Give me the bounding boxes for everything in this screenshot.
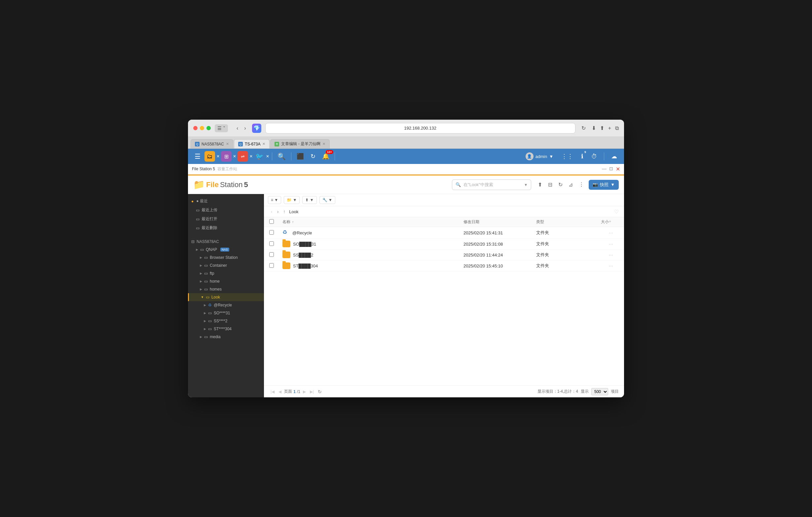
refresh-button[interactable]: ↻	[557, 180, 564, 189]
tab-close-1[interactable]: ✕	[226, 142, 229, 146]
admin-label: admin	[535, 154, 547, 159]
grid-close-icon[interactable]: ✕	[233, 154, 236, 159]
row4-more[interactable]: ⋯	[609, 264, 619, 268]
table-row[interactable]: ♻ @Recycle 2025/02/20 15:41:31 文件夹 ⋯	[264, 227, 624, 239]
window-restore-icon[interactable]: ⊡	[609, 166, 613, 172]
reload-button[interactable]: ↻	[579, 124, 588, 132]
header-size-cell[interactable]: 大小	[576, 219, 609, 225]
share-icon[interactable]: ⬆	[600, 125, 604, 131]
sidebar-look-recycle[interactable]: ▶ ♻ @Recycle	[188, 301, 264, 309]
upload-button[interactable]: ⬆	[536, 180, 544, 189]
sidebar-media[interactable]: ▶ ▭ media	[188, 333, 264, 341]
row3-more[interactable]: ⋯	[609, 252, 619, 257]
header-type-cell[interactable]: 类型	[536, 219, 576, 225]
minimize-button[interactable]	[200, 126, 204, 130]
table-row[interactable]: SO████31 2025/02/20 15:31:08 文件夹 ⋯	[264, 239, 624, 250]
quick-snapshot-button[interactable]: 📷 快照 ▼	[589, 180, 619, 190]
favorite-button[interactable]: ♡	[614, 209, 619, 215]
header-add-col[interactable]: +	[609, 219, 619, 225]
row4-checkbox[interactable]	[269, 263, 274, 268]
row1-more[interactable]: ⋯	[609, 230, 619, 235]
first-page-button[interactable]: |◀	[269, 389, 276, 395]
filestation-app-icon[interactable]: 🗂	[204, 151, 215, 162]
bird-app-icon[interactable]: 🐦	[254, 151, 265, 162]
sidebar-look-so[interactable]: ▶ ▭ SO****31	[188, 309, 264, 317]
info-button[interactable]: ℹ 9	[578, 152, 586, 161]
toolbar-divider-2	[291, 153, 291, 160]
status-refresh-button[interactable]: ↻	[318, 389, 322, 394]
notification-button[interactable]: 🔔 10+	[319, 152, 332, 161]
nav-up-button[interactable]: ↑	[282, 208, 287, 215]
back-button[interactable]: ‹	[235, 125, 240, 132]
hamburger-menu-button[interactable]: ☰	[192, 151, 203, 162]
sidebar-home[interactable]: ▶ ▭ home	[188, 277, 264, 285]
sidebar-qnap[interactable]: ▶ ▭ QNAP NAS	[188, 246, 264, 253]
tools-button[interactable]: 🔧 ▼	[319, 196, 335, 204]
sidebar-recent-delete[interactable]: ▭ 最近删除	[188, 223, 264, 233]
view-mode-button[interactable]: ≡ ▼	[268, 196, 281, 204]
exchange-app-icon[interactable]: ⇌	[237, 151, 248, 162]
table-row[interactable]: ST████304 2025/02/20 15:45:10 文件夹 ⋯	[264, 261, 624, 271]
refresh-app-button[interactable]: ↻	[308, 152, 318, 161]
sidebar-recent-upload[interactable]: ▭ 最近上传	[188, 206, 264, 215]
windows-icon[interactable]: ⧉	[615, 125, 619, 131]
sidebar-look-ss[interactable]: ▶ ▭ SS****2	[188, 317, 264, 325]
cloud-button[interactable]: ☁	[608, 151, 620, 162]
grid-app-icon[interactable]: ⊞	[221, 151, 232, 162]
sidebar-look-st[interactable]: ▶ ▭ ST****304	[188, 325, 264, 333]
upload-files-button[interactable]: ⬆ ▼	[302, 196, 317, 204]
new-tab-icon[interactable]: +	[608, 125, 611, 131]
sidebar-container[interactable]: ▶ ▭ Container	[188, 262, 264, 269]
row1-checkbox[interactable]	[269, 230, 274, 235]
sidebar-ftp[interactable]: ▶ ▭ ftp	[188, 269, 264, 277]
next-page-button[interactable]: ▶	[301, 389, 307, 395]
window-minimize-icon[interactable]: —	[602, 166, 607, 172]
nav-back-button[interactable]: ‹	[269, 208, 274, 215]
nav-forward-button[interactable]: ›	[276, 208, 281, 215]
address-bar[interactable]: 192.168.200.132	[265, 123, 576, 134]
gauge-button[interactable]: ⏱	[589, 152, 600, 161]
filestation-close-icon[interactable]: ✕	[216, 154, 220, 159]
sidebar-homes[interactable]: ▶ ▭ homes	[188, 285, 264, 293]
sidebar-browser-station[interactable]: ▶ ▭ Browser Station	[188, 253, 264, 262]
download-icon[interactable]: ⬇	[592, 125, 596, 131]
exchange-close-icon[interactable]: ✕	[250, 154, 253, 159]
tab-nas5878ac[interactable]: Q NAS5878AC ✕	[191, 139, 233, 148]
window-close-icon[interactable]: ✕	[616, 166, 620, 172]
close-button[interactable]	[193, 126, 198, 130]
prev-page-button[interactable]: ◀	[277, 389, 283, 395]
sidebar-look[interactable]: ▼ ▭ Look	[188, 293, 264, 301]
thumbnail-view-button[interactable]: ⊟	[547, 180, 554, 189]
row3-checkbox[interactable]	[269, 252, 274, 257]
select-all-checkbox[interactable]	[269, 219, 274, 224]
row2-more[interactable]: ⋯	[609, 242, 619, 247]
row2-checkbox[interactable]	[269, 241, 274, 246]
filter-button[interactable]: ⊿	[567, 180, 574, 189]
header-modified-cell[interactable]: 修改日期	[463, 219, 536, 225]
tasks-button[interactable]: ⬛	[294, 152, 307, 161]
sidebar-toggle-button[interactable]: ☰ ˅	[215, 124, 228, 132]
new-folder-button[interactable]: 📁 ▼	[284, 196, 300, 204]
title-bar-actions: ⬇ ⬆ + ⧉	[592, 125, 619, 131]
browser-station-arrow: ▶	[200, 256, 202, 259]
bird-close-icon[interactable]: ✕	[266, 154, 269, 159]
tab-ts673a[interactable]: Q TS-673A ✕	[234, 139, 269, 148]
header-name-cell[interactable]: 名称 ↑	[283, 219, 463, 225]
per-page-select[interactable]: 500 100 200	[591, 388, 608, 396]
admin-button[interactable]: 👤 admin ▼	[523, 151, 556, 162]
breadcrumb-navigation: ‹ › ↑	[269, 208, 287, 215]
maximize-button[interactable]	[206, 126, 211, 130]
more-actions-button[interactable]: ⋮	[577, 180, 585, 189]
sidebar-recent-open[interactable]: ▭ 最近打开	[188, 215, 264, 223]
search-box[interactable]: 🔍 在"Look"中搜索 ▼	[452, 180, 531, 190]
search-button[interactable]: 🔍	[275, 151, 288, 162]
dots-menu-button[interactable]: ⋮⋮	[559, 152, 576, 161]
tab-close-2[interactable]: ✕	[262, 142, 265, 146]
search-dropdown-icon[interactable]: ▼	[524, 183, 528, 187]
table-row[interactable]: SS████2 2025/02/20 11:44:24 文件夹 ⋯	[264, 250, 624, 261]
tab-close-3[interactable]: ✕	[322, 142, 325, 146]
last-page-button[interactable]: ▶|	[309, 389, 315, 395]
tab-article[interactable]: R 文章编辑 - 是羊刀仙啊 ✕	[270, 139, 330, 148]
notification-badge: 10+	[326, 150, 333, 154]
forward-button[interactable]: ›	[242, 125, 248, 132]
